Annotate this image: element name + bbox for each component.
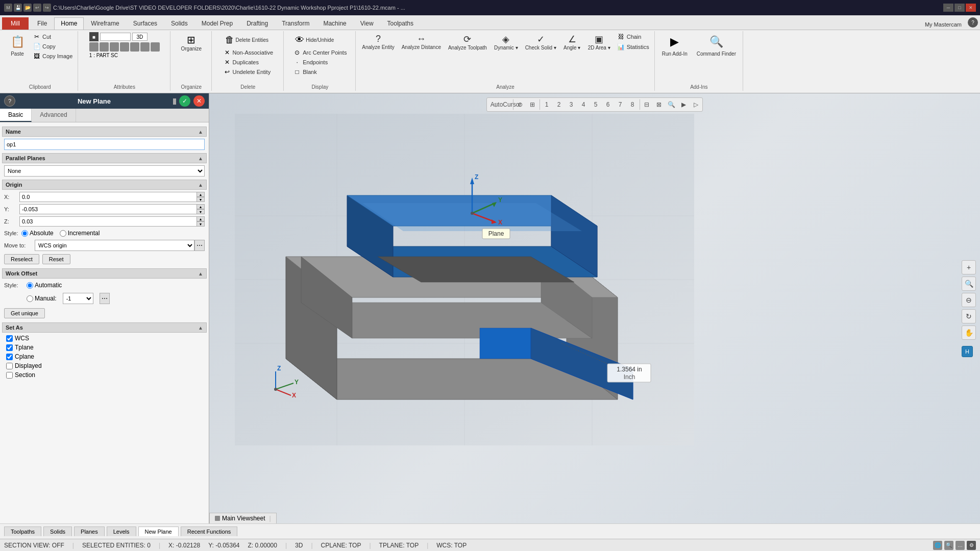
- vp-view2-btn[interactable]: 2: [553, 99, 565, 110]
- save-icon[interactable]: 💾: [14, 4, 22, 12]
- panel-ok-btn[interactable]: ✓: [179, 95, 190, 107]
- status-globe-btn[interactable]: 🌐: [933, 541, 942, 550]
- section-checkbox[interactable]: [6, 372, 13, 379]
- paste-btn[interactable]: 📋 Paste: [5, 32, 30, 64]
- delete-entities-btn[interactable]: 🗑 Delete Entities: [221, 32, 275, 47]
- tab-model-prep[interactable]: Model Prep: [195, 17, 239, 30]
- wcs-checkbox[interactable]: [6, 335, 13, 342]
- maximize-btn[interactable]: □: [954, 4, 965, 12]
- copy-image-btn[interactable]: 🖼 Copy Image: [31, 52, 75, 61]
- dynamic-btn[interactable]: ◈ Dynamic ▾: [492, 32, 521, 52]
- duplicates-btn[interactable]: ✕ Duplicates: [221, 58, 275, 67]
- command-finder-btn[interactable]: 🔍 Command Finder: [693, 32, 740, 64]
- attr-icon-6[interactable]: [140, 42, 150, 52]
- tab-drafting[interactable]: Drafting: [240, 17, 275, 30]
- parallel-planes-select[interactable]: None: [4, 165, 205, 177]
- cut-btn[interactable]: ✂ Cut: [31, 32, 75, 41]
- origin-section-header[interactable]: Origin ▲: [2, 180, 207, 190]
- open-icon[interactable]: 📂: [23, 4, 32, 12]
- vp-view8-btn[interactable]: 8: [627, 99, 638, 110]
- name-section-header[interactable]: Name ▲: [2, 127, 207, 137]
- move-to-select[interactable]: WCS origin: [35, 240, 194, 251]
- attr-icon-4[interactable]: [120, 42, 129, 52]
- style-incremental[interactable]: Incremental: [60, 230, 100, 237]
- redo-icon[interactable]: ↪: [43, 4, 51, 12]
- tab-toolpaths[interactable]: Toolpaths: [381, 17, 420, 30]
- get-unique-btn[interactable]: Get unique: [4, 308, 45, 318]
- non-associative-btn[interactable]: ✕ Non-Associative: [221, 48, 275, 57]
- vp-snap-btn[interactable]: ⊙: [514, 99, 526, 110]
- copy-btn[interactable]: 📄 Copy: [31, 42, 75, 51]
- wo-automatic-radio[interactable]: [27, 282, 33, 289]
- origin-x-down[interactable]: ▼: [197, 197, 205, 202]
- vp-pan-btn[interactable]: ✋: [962, 325, 976, 340]
- tab-view[interactable]: View: [354, 17, 380, 30]
- vp-options-btn[interactable]: ⊟: [641, 99, 652, 110]
- vp-grid-btn[interactable]: ⊞: [527, 99, 538, 110]
- style-absolute[interactable]: Absolute: [21, 230, 54, 237]
- tab-solids[interactable]: Solids: [164, 17, 194, 30]
- vp-autocursor-btn[interactable]: AutoCursor: [500, 99, 511, 110]
- tab-machine[interactable]: Machine: [316, 17, 353, 30]
- help-btn[interactable]: ?: [968, 17, 978, 28]
- check-solid-btn[interactable]: ✓ Check Solid ▾: [523, 32, 559, 52]
- close-btn[interactable]: ✕: [966, 4, 976, 12]
- origin-z-down[interactable]: ▼: [197, 221, 205, 227]
- vp-view7-btn[interactable]: 7: [615, 99, 626, 110]
- chain-btn[interactable]: ⛓ Chain: [615, 32, 651, 41]
- run-addin-btn[interactable]: ▶ Run Add-In: [658, 32, 691, 64]
- status-settings-btn[interactable]: ⚙: [967, 541, 976, 550]
- set-as-section-header[interactable]: Set As ▲: [2, 322, 207, 333]
- tab-mill[interactable]: Mill: [2, 17, 29, 30]
- undelete-btn[interactable]: ↩ Undelete Entity: [221, 67, 275, 77]
- bottom-tab-recent-functions[interactable]: Recent Functions: [181, 527, 238, 536]
- tab-surfaces[interactable]: Surfaces: [127, 17, 164, 30]
- wo-manual-btn[interactable]: ⋯: [100, 293, 110, 304]
- vp-rotate-btn[interactable]: ↻: [962, 309, 976, 323]
- wo-automatic[interactable]: Automatic: [27, 282, 62, 289]
- origin-z-up[interactable]: ▲: [197, 216, 205, 221]
- analyze-toolpath-btn[interactable]: ⟳ Analyze Toolpath: [446, 32, 489, 52]
- attr-icon-3[interactable]: [110, 42, 119, 52]
- vp-blue-btn[interactable]: H: [962, 346, 973, 357]
- analyze-distance-btn[interactable]: ↔ Analyze Distance: [399, 32, 444, 52]
- 2d-area-btn[interactable]: ▣ 2D Area ▾: [585, 32, 613, 52]
- line-style-selector[interactable]: [100, 33, 131, 41]
- vp-options2-btn[interactable]: ⊠: [653, 99, 665, 110]
- undo-icon[interactable]: ↩: [33, 4, 41, 12]
- analyze-entity-btn[interactable]: ? Analyze Entity: [359, 32, 397, 52]
- vp-more-btn[interactable]: ▶: [678, 99, 689, 110]
- style-absolute-radio[interactable]: [21, 230, 28, 237]
- status-zoom-btn[interactable]: 🔍: [944, 541, 953, 550]
- tab-home[interactable]: Home: [54, 17, 84, 30]
- bottom-tab-levels[interactable]: Levels: [107, 527, 136, 536]
- attr-icon-5[interactable]: [130, 42, 139, 52]
- wo-manual[interactable]: Manual:: [27, 293, 57, 304]
- name-input[interactable]: [4, 139, 205, 150]
- vp-view1-btn[interactable]: 1: [541, 99, 552, 110]
- bottom-tab-toolpaths[interactable]: Toolpaths: [4, 527, 41, 536]
- minimize-btn[interactable]: ─: [943, 4, 953, 12]
- parallel-planes-section-header[interactable]: Parallel Planes ▲: [2, 153, 207, 163]
- main-viewsheet-tab[interactable]: Main Viewsheet |: [209, 513, 277, 523]
- bottom-tab-solids[interactable]: Solids: [43, 527, 72, 536]
- vp-view5-btn[interactable]: 5: [590, 99, 601, 110]
- tab-wireframe[interactable]: Wireframe: [84, 17, 126, 30]
- hide-unhide-btn[interactable]: 👁 Hide/Unhide: [291, 32, 349, 47]
- vp-zoom-in-btn[interactable]: 🔍: [962, 277, 976, 291]
- origin-y-input[interactable]: [19, 204, 197, 214]
- color-selector[interactable]: ■: [89, 32, 99, 41]
- origin-y-up[interactable]: ▲: [197, 204, 205, 209]
- vp-fit-btn[interactable]: +: [962, 260, 976, 274]
- style-incremental-radio[interactable]: [60, 230, 66, 237]
- attr-icon-2[interactable]: [100, 42, 109, 52]
- cplane-checkbox[interactable]: [6, 354, 13, 360]
- panel-tab-basic[interactable]: Basic: [0, 109, 32, 122]
- tplane-checkbox[interactable]: [6, 344, 13, 351]
- displayed-checkbox[interactable]: [6, 363, 13, 369]
- wo-manual-radio[interactable]: [27, 295, 33, 302]
- blank-btn[interactable]: □ Blank: [291, 67, 349, 77]
- origin-x-input[interactable]: [19, 192, 197, 202]
- status-dots-btn[interactable]: …: [955, 541, 965, 550]
- vp-zoom-out-btn[interactable]: ⊖: [962, 293, 976, 307]
